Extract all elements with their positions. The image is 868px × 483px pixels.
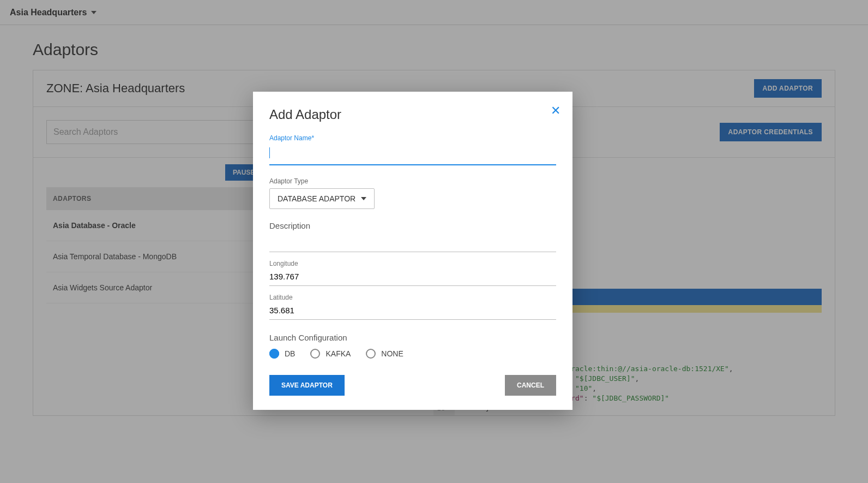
save-adaptor-button[interactable]: SAVE ADAPTOR xyxy=(269,375,345,396)
description-input[interactable] xyxy=(269,236,556,252)
cancel-button[interactable]: CANCEL xyxy=(505,375,556,396)
adaptor-type-label: Adaptor Type xyxy=(269,177,556,185)
longitude-input[interactable] xyxy=(269,270,556,286)
latitude-input[interactable] xyxy=(269,303,556,320)
radio-icon xyxy=(269,349,279,359)
radio-label: DB xyxy=(285,349,295,358)
launch-radio-kafka[interactable]: KAFKA xyxy=(310,349,351,359)
longitude-label: Longitude xyxy=(269,260,556,267)
radio-icon xyxy=(310,349,320,359)
adaptor-name-input[interactable] xyxy=(269,145,556,165)
launch-config-label: Launch Configuration xyxy=(269,333,556,342)
chevron-down-icon xyxy=(361,197,366,200)
add-adaptor-modal: ✕ Add Adaptor Adaptor Name Adaptor Type … xyxy=(253,92,572,410)
radio-label: NONE xyxy=(381,349,403,358)
adaptor-type-select[interactable]: DATABASE ADAPTOR xyxy=(269,188,375,209)
description-label: Description xyxy=(269,221,556,230)
radio-label: KAFKA xyxy=(326,349,351,358)
modal-title: Add Adaptor xyxy=(269,107,556,122)
adaptor-type-value: DATABASE ADAPTOR xyxy=(278,194,355,203)
close-icon[interactable]: ✕ xyxy=(551,104,560,118)
radio-icon xyxy=(366,349,376,359)
latitude-label: Latitude xyxy=(269,294,556,301)
adaptor-name-label: Adaptor Name xyxy=(269,134,556,142)
launch-radio-none[interactable]: NONE xyxy=(366,349,403,359)
launch-radio-db[interactable]: DB xyxy=(269,349,295,359)
